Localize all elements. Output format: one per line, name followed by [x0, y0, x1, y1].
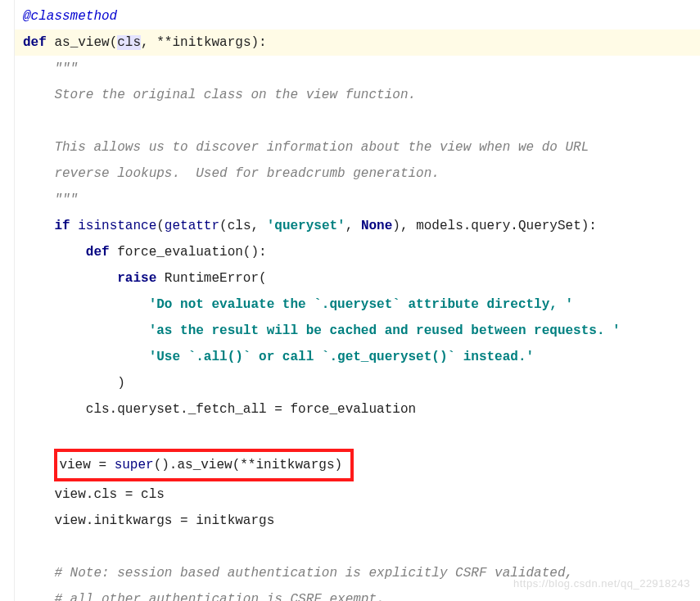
blank-line: [23, 534, 700, 560]
blank-line: [23, 423, 700, 449]
param-rest: , **initkwargs):: [141, 35, 267, 50]
code-gutter: [0, 0, 15, 601]
blank-line: [23, 108, 700, 134]
assign-line: cls.queryset._fetch_all = force_evaluati…: [23, 396, 700, 423]
docstring-line: reverse lookups. Used for breadcrumb gen…: [23, 160, 700, 187]
view-initkwargs-line: view.initkwargs = initkwargs: [23, 508, 700, 534]
docstring-line: This allows us to discover information a…: [23, 134, 700, 160]
docstring-open: """: [23, 56, 700, 82]
error-string-line: 'as the result will be cached and reused…: [23, 318, 700, 344]
inner-def-line: def force_evaluation():: [23, 239, 700, 265]
if-line: if isinstance(getattr(cls, 'queryset', N…: [23, 213, 700, 239]
decorator-line: @classmethod: [23, 3, 700, 29]
code-block: @classmethod def as_view(cls, **initkwar…: [0, 0, 700, 601]
error-string-line: 'Do not evaluate the `.queryset` attribu…: [23, 291, 700, 318]
def-line: def as_view(cls, **initkwargs):: [0, 29, 700, 56]
docstring-line: Store the original class on the view fun…: [23, 82, 700, 108]
function-name: as_view: [54, 35, 109, 50]
highlighted-view-line: view = super().as_view(**initkwargs): [23, 449, 700, 481]
decorator: @classmethod: [23, 9, 117, 24]
param-cls: cls: [117, 35, 141, 50]
watermark-text: https://blog.csdn.net/qq_22918243: [513, 573, 690, 594]
open-paren: (: [110, 35, 118, 50]
close-paren-line: ): [23, 370, 700, 396]
error-string-line: 'Use `.all()` or call `.get_queryset()` …: [23, 344, 700, 370]
docstring-close: """: [23, 187, 700, 213]
view-cls-line: view.cls = cls: [23, 481, 700, 508]
red-highlight-box: view = super().as_view(**initkwargs): [54, 449, 354, 481]
def-keyword: def: [23, 35, 47, 50]
raise-line: raise RuntimeError(: [23, 265, 700, 291]
